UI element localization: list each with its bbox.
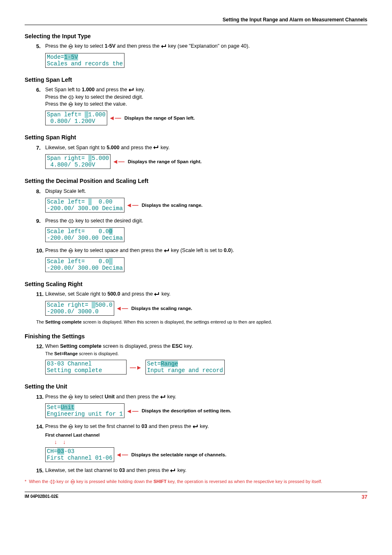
lcd-channel: CH=03-03 First channel 01-06 [45, 447, 114, 462]
lcd-scale-left-8: Scale left= 0.00 -200.00/ 300.00 Decima [45, 198, 125, 213]
up-down-icon [70, 479, 75, 484]
callout-scale-right: Displays the scaling range. [131, 305, 192, 312]
step-num-7: 7. [36, 144, 45, 152]
enter-icon [193, 425, 198, 429]
up-down-icon [68, 424, 73, 429]
arrow-icon: ◄— [126, 201, 138, 209]
arrow-icon: ◄— [126, 407, 138, 415]
note-setting-complete: The Setting complete screen is displayed… [36, 319, 367, 325]
arrow-icon: ◄— [116, 450, 128, 459]
arrow-icon: ◄— [112, 157, 125, 166]
page-number: 37 [362, 494, 367, 501]
enter-icon [129, 88, 134, 92]
lcd-scale-right: Scale right= 500.0 -2000.0/ 3000.0 [45, 301, 114, 316]
step-10-body: Press the key to select space and then p… [45, 247, 357, 254]
step-14-body: Press the key to set the first channel t… [45, 423, 357, 430]
step-num-14: 14. [36, 423, 45, 430]
arrow-icon: ◄— [109, 113, 121, 122]
step-9-body: Press the key to select the desired digi… [45, 217, 357, 225]
step-num-13: 13. [36, 393, 45, 401]
callout-span-right: Displays the range of Span right. [128, 158, 202, 165]
enter-icon [164, 249, 170, 253]
step-8-body: Display Scale left. [45, 188, 357, 195]
arrow-right-icon: —► [130, 363, 142, 372]
lcd-setting-complete: 03-03 Channel Setting complete [45, 360, 127, 375]
step-num-11: 11. [36, 291, 45, 298]
step-15-body: Likewise, set the last channel to 03 and… [45, 467, 357, 474]
step-num-5: 5. [36, 43, 45, 50]
step-num-9: 9. [36, 217, 45, 225]
enter-icon [154, 292, 160, 296]
enter-icon [161, 44, 167, 49]
lcd-set-range: Set=Range Input range and record [145, 360, 225, 375]
step-num-15: 15. [36, 467, 45, 474]
step-11-body: Likewise, set Scale right to 500.0 and p… [45, 291, 357, 298]
step-num-8: 8. [36, 188, 45, 195]
arrow-icon: ◄— [116, 304, 128, 312]
footer: IM 04P02B01-02E37 [25, 492, 367, 501]
heading-decimal-scale-left: Setting the Decimal Position and Scaling… [25, 177, 367, 185]
heading-span-right: Setting Span Right [25, 134, 367, 142]
heading-scale-right: Setting Scaling Right [25, 280, 367, 289]
step-num-6: 6. [36, 86, 45, 94]
up-down-icon [68, 44, 73, 49]
lcd-scale-left-9: Scale left= 0.00 -200.00/ 300.00 Decima [45, 227, 125, 242]
enter-icon [160, 395, 166, 399]
left-right-icon [68, 95, 74, 99]
up-down-icon [68, 102, 73, 107]
callout-unit: Displays the description of setting item… [142, 407, 231, 414]
footnote: * When the key or key is pressed while h… [25, 479, 367, 484]
step-12-body: When Setting complete screen is displaye… [45, 343, 357, 357]
lcd-mode: Mode=1-5V Scales and records the [45, 53, 125, 68]
lcd-scale-left-10: Scale left= 0.0 -200.00/ 300.00 Decima [45, 257, 125, 272]
enter-icon [153, 146, 159, 150]
step-13-body: Press the key to select Unit and then pr… [45, 393, 357, 401]
doc-id: IM 04P02B01-02E [25, 494, 58, 501]
enter-icon [170, 469, 176, 473]
heading-span-left: Setting Span Left [25, 76, 367, 84]
up-down-icon [68, 248, 73, 253]
callout-span-left: Displays the range of Span left. [125, 115, 195, 121]
callout-scale-8: Displays the scaling range. [142, 202, 203, 208]
callout-channel: Displays the selectable range of channel… [131, 451, 226, 458]
step-5-body: Press the key to select 1-5V and then pr… [45, 43, 357, 50]
up-down-icon [68, 395, 73, 400]
heading-input-type: Selecting the Input Type [25, 32, 367, 41]
lcd-set-unit: Set=Unit Engineering unit for 1 [45, 403, 125, 418]
left-right-icon [50, 480, 55, 484]
left-right-icon [68, 219, 74, 223]
page-header: Setting the Input Range and Alarm on Mea… [25, 16, 367, 25]
step-6-body: Set Span left to 1.000 and press the key… [45, 86, 357, 108]
step-7-body: Likewise, set Span right to 5.000 and pr… [45, 144, 357, 152]
heading-unit: Setting the Unit [25, 383, 367, 391]
channel-labels: First channel Last channel [45, 432, 367, 438]
step-num-12: 12. [36, 343, 45, 350]
lcd-span-right: Span right= 5.000 4.800/ 5.200V [45, 154, 111, 169]
down-arrows: ↓↓ [45, 438, 367, 446]
heading-finish: Finishing the Settings [25, 333, 367, 341]
lcd-span-left: Span left= 1.000 0.800/ 1.200V [45, 111, 107, 125]
step-num-10: 10. [36, 247, 45, 254]
